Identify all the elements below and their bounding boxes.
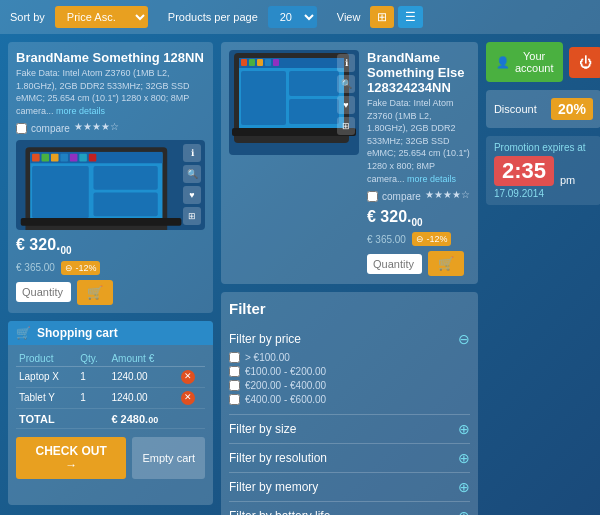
product1-price-row: € 320.00 xyxy=(16,236,205,256)
filter-section-label: Filter by memory xyxy=(229,480,318,494)
power-button[interactable]: ⏻ xyxy=(569,47,600,78)
cart-amount: 1240.00 xyxy=(108,387,178,408)
product2-add-to-cart-button[interactable]: 🛒 xyxy=(428,251,464,276)
svg-rect-24 xyxy=(289,99,339,124)
filter-panel: Filter Filter by price ⊖ > €100.00 €100.… xyxy=(221,292,478,515)
svg-rect-20 xyxy=(265,59,271,66)
expand-icon: ⊕ xyxy=(458,479,470,495)
product-card-1: BrandName Something 128NN Fake Data: Int… xyxy=(8,42,213,313)
product1-heart-icon[interactable]: ♥ xyxy=(183,186,201,204)
filter-items: > €100.00 €100.00 - €200.00 €200.00 - €4… xyxy=(229,352,470,405)
view-buttons: ⊞ ☰ xyxy=(370,6,423,28)
cart-remove-button[interactable]: ✕ xyxy=(181,391,195,405)
product1-compare-checkbox[interactable] xyxy=(16,123,27,134)
filter-section: Filter by battery life ⊕ xyxy=(229,502,470,515)
sort-label: Sort by xyxy=(10,11,45,23)
filter-item-label: €400.00 - €600.00 xyxy=(245,394,326,405)
list-item: €400.00 - €600.00 xyxy=(229,394,470,405)
filter-section: Filter by size ⊕ xyxy=(229,415,470,444)
filter-section: Filter by resolution ⊕ xyxy=(229,444,470,473)
product2-compare-row: compare ★★★★☆ xyxy=(367,189,470,204)
filter-item-label: €200.00 - €400.00 xyxy=(245,380,326,391)
product1-desc: Fake Data: Intel Atom Z3760 (1MB L2, 1.8… xyxy=(16,67,205,117)
promo-time: 2:35 xyxy=(494,156,554,186)
product1-compare-label: compare xyxy=(31,123,70,134)
cart-icon: 🛒 xyxy=(16,326,31,340)
checkout-button[interactable]: CHECK OUT → xyxy=(16,437,126,479)
empty-cart-button[interactable]: Empty cart xyxy=(132,437,205,479)
per-page-select[interactable]: 20 40 60 xyxy=(268,6,317,28)
list-item: > €100.00 xyxy=(229,352,470,363)
table-row: Laptop X 1 1240.00 ✕ xyxy=(16,366,205,387)
account-row: 👤 Your account ⏻ xyxy=(486,42,600,82)
product2-compare-icon[interactable]: ⊞ xyxy=(337,117,355,135)
product2-heart-icon[interactable]: ♥ xyxy=(337,96,355,114)
filter-checkbox[interactable] xyxy=(229,366,240,377)
filter-section-header[interactable]: Filter by price ⊖ xyxy=(229,331,470,347)
cart-col-product: Product xyxy=(16,351,77,367)
product1-more-details[interactable]: more details xyxy=(56,106,105,116)
cart-qty: 1 xyxy=(77,366,108,387)
product-card-2: ℹ 🔍 ♥ ⊞ BrandName Something Else 1283242… xyxy=(221,42,478,284)
product1-cart-row: 🛒 xyxy=(16,280,205,305)
product1-compare-icon[interactable]: ⊞ xyxy=(183,207,201,225)
promo-label: Promotion expires at xyxy=(494,142,593,153)
filter-checkbox[interactable] xyxy=(229,380,240,391)
promo-date: 17.09.2014 xyxy=(494,188,593,199)
product2-info-icon[interactable]: ℹ xyxy=(337,54,355,72)
filter-checkbox[interactable] xyxy=(229,352,240,363)
sort-select[interactable]: Price Asc. Price Desc. Name xyxy=(55,6,148,28)
svg-rect-22 xyxy=(241,71,286,125)
left-column: BrandName Something 128NN Fake Data: Int… xyxy=(8,42,213,505)
filter-section: Filter by memory ⊕ xyxy=(229,473,470,502)
product1-side-icons: ℹ 🔍 ♥ ⊞ xyxy=(183,144,201,225)
product2-more-details[interactable]: more details xyxy=(407,174,456,184)
cart-header: 🛒 Shopping cart xyxy=(8,321,213,345)
product2-zoom-icon[interactable]: 🔍 xyxy=(337,75,355,93)
product1-stars: ★★★★☆ xyxy=(74,121,119,132)
product1-zoom-icon[interactable]: 🔍 xyxy=(183,165,201,183)
main-content: BrandName Something 128NN Fake Data: Int… xyxy=(0,34,600,513)
discount-box: Discount 20% xyxy=(486,90,600,128)
list-item: €200.00 - €400.00 xyxy=(229,380,470,391)
filter-section-header[interactable]: Filter by battery life ⊕ xyxy=(229,508,470,515)
filter-title: Filter xyxy=(229,300,470,317)
shopping-cart: 🛒 Shopping cart Product Qty. Amount € La… xyxy=(8,321,213,505)
cart-remove-button[interactable]: ✕ xyxy=(181,370,195,384)
middle-column: ℹ 🔍 ♥ ⊞ BrandName Something Else 1283242… xyxy=(221,42,478,505)
svg-rect-17 xyxy=(241,59,247,66)
filter-section-header[interactable]: Filter by size ⊕ xyxy=(229,421,470,437)
promo-pm: pm xyxy=(560,174,575,186)
view-label: View xyxy=(337,11,361,23)
cart-total-amount: € 2480.00 xyxy=(108,408,178,428)
promo-box: Promotion expires at 2:35 pm 17.09.2014 xyxy=(486,136,600,205)
svg-rect-13 xyxy=(21,218,182,226)
view-grid-button[interactable]: ⊞ xyxy=(370,6,394,28)
product1-price: € 320.00 xyxy=(16,236,72,256)
product1-title: BrandName Something 128NN xyxy=(16,50,205,65)
right-column: 👤 Your account ⏻ Discount 20% Promotion … xyxy=(486,42,600,505)
product2-quantity-input[interactable] xyxy=(367,254,422,274)
cart-total-label: TOTAL xyxy=(16,408,108,428)
product2-stars: ★★★★☆ xyxy=(425,189,470,200)
filter-section-header[interactable]: Filter by memory ⊕ xyxy=(229,479,470,495)
product2-discount: ⊖ -12% xyxy=(412,232,452,246)
product1-add-to-cart-button[interactable]: 🛒 xyxy=(77,280,113,305)
filter-section-label: Filter by size xyxy=(229,422,296,436)
cart-col-qty: Qty. xyxy=(77,351,108,367)
product2-price-row: € 320.00 xyxy=(367,208,470,228)
product2-compare-checkbox[interactable] xyxy=(367,191,378,202)
filter-checkbox[interactable] xyxy=(229,394,240,405)
product1-quantity-input[interactable] xyxy=(16,282,71,302)
product2-side-icons: ℹ 🔍 ♥ ⊞ xyxy=(337,54,355,135)
filter-section-label: Filter by price xyxy=(229,332,301,346)
cart-actions: CHECK OUT → Empty cart xyxy=(16,437,205,479)
svg-rect-18 xyxy=(249,59,255,66)
svg-rect-5 xyxy=(51,154,59,162)
product1-info-icon[interactable]: ℹ xyxy=(183,144,201,162)
account-button[interactable]: 👤 Your account xyxy=(486,42,564,82)
expand-icon: ⊕ xyxy=(458,508,470,515)
list-item: €100.00 - €200.00 xyxy=(229,366,470,377)
view-list-button[interactable]: ☰ xyxy=(398,6,423,28)
filter-section-header[interactable]: Filter by resolution ⊕ xyxy=(229,450,470,466)
